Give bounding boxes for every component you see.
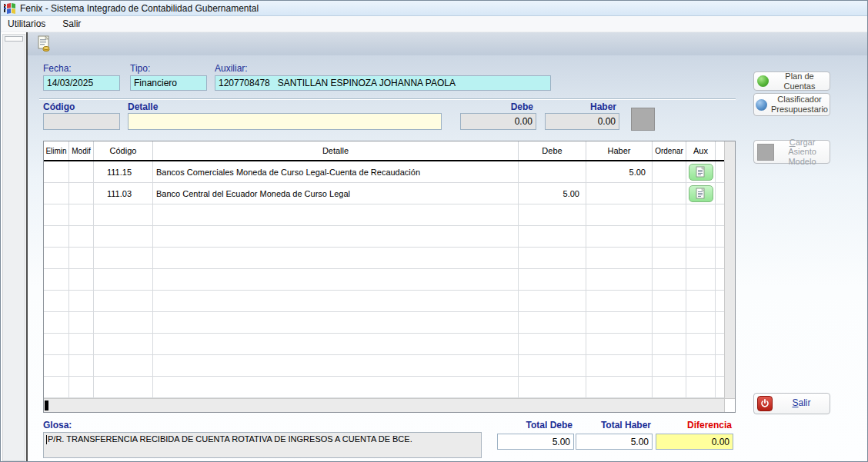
debe-input[interactable] <box>460 113 536 130</box>
cell-debe[interactable] <box>519 226 586 248</box>
document-coins-icon[interactable] <box>37 35 52 52</box>
horizontal-scrollbar-thumb[interactable] <box>45 401 48 410</box>
cell-detalle[interactable] <box>153 248 519 269</box>
cell-debe[interactable] <box>519 355 586 377</box>
cell-haber[interactable] <box>586 269 653 291</box>
cell-codigo[interactable] <box>94 377 153 398</box>
cell-codigo[interactable] <box>94 291 153 312</box>
cell-detalle[interactable] <box>153 312 519 334</box>
cell-ordenar[interactable] <box>653 312 686 334</box>
cell-haber[interactable]: 5.00 <box>586 161 653 183</box>
cell-elimin[interactable] <box>44 183 69 204</box>
table-row[interactable] <box>44 377 725 398</box>
table-row[interactable] <box>44 269 725 291</box>
cell-modif[interactable] <box>69 291 94 312</box>
cell-debe[interactable] <box>519 312 586 334</box>
cell-detalle[interactable]: Banco Central del Ecuador Moneda de Curs… <box>153 183 519 204</box>
tipo-input[interactable] <box>130 75 207 91</box>
cell-ordenar[interactable] <box>653 334 686 355</box>
cell-detalle[interactable] <box>153 226 519 248</box>
cell-debe[interactable] <box>519 204 586 226</box>
cell-modif[interactable] <box>69 377 94 398</box>
cell-ordenar[interactable] <box>653 291 686 312</box>
table-row[interactable] <box>44 355 725 377</box>
cell-modif[interactable] <box>69 355 94 377</box>
cell-ordenar[interactable] <box>653 355 686 377</box>
table-row[interactable]: 111.03Banco Central del Ecuador Moneda d… <box>44 183 725 204</box>
cargar-asiento-modelo-button[interactable]: Cargar AsientoModelo <box>753 140 830 164</box>
auxiliar-input[interactable] <box>215 75 551 91</box>
cell-codigo[interactable] <box>94 312 153 334</box>
cell-haber[interactable] <box>586 312 653 334</box>
cell-elimin[interactable] <box>44 312 69 334</box>
fecha-input[interactable] <box>43 75 120 91</box>
cell-codigo[interactable]: 111.15 <box>94 161 153 183</box>
cell-modif[interactable] <box>69 312 94 334</box>
cell-haber[interactable] <box>586 248 653 269</box>
codigo-input[interactable] <box>43 113 120 130</box>
aux-document-button[interactable] <box>689 185 713 202</box>
cell-debe[interactable]: 5.00 <box>519 183 586 204</box>
detalle-input[interactable] <box>128 113 442 130</box>
cell-detalle[interactable] <box>153 204 519 226</box>
cell-detalle[interactable]: Bancos Comerciales Moneda de Curso Legal… <box>153 161 519 183</box>
cell-ordenar[interactable] <box>653 161 686 183</box>
cell-ordenar[interactable] <box>653 204 686 226</box>
cell-ordenar[interactable] <box>653 226 686 248</box>
cell-elimin[interactable] <box>44 226 69 248</box>
cell-elimin[interactable] <box>44 291 69 312</box>
table-row[interactable]: 111.15Bancos Comerciales Moneda de Curso… <box>44 161 725 183</box>
menu-utilitarios[interactable]: Utilitarios <box>8 18 45 29</box>
cell-modif[interactable] <box>69 226 94 248</box>
cell-debe[interactable] <box>519 291 586 312</box>
blank-square-button[interactable] <box>631 108 655 131</box>
cell-codigo[interactable] <box>94 248 153 269</box>
vertical-scrollbar[interactable] <box>724 141 735 398</box>
table-row[interactable] <box>44 226 725 248</box>
cell-haber[interactable] <box>586 204 653 226</box>
menu-salir[interactable]: Salir <box>62 18 81 29</box>
cell-haber[interactable] <box>586 226 653 248</box>
cell-elimin[interactable] <box>44 161 69 183</box>
panel-splitter-handle[interactable] <box>5 36 23 42</box>
cell-ordenar[interactable] <box>653 377 686 398</box>
cell-codigo[interactable] <box>94 334 153 355</box>
left-collapsed-panel[interactable] <box>2 34 25 461</box>
cell-ordenar[interactable] <box>653 183 686 204</box>
cell-elimin[interactable] <box>44 377 69 398</box>
cell-haber[interactable] <box>586 291 653 312</box>
cell-elimin[interactable] <box>44 334 69 355</box>
cell-modif[interactable] <box>69 248 94 269</box>
cell-detalle[interactable] <box>153 291 519 312</box>
salir-button[interactable]: Salir <box>753 393 830 414</box>
cell-haber[interactable] <box>586 355 653 377</box>
cell-haber[interactable] <box>586 377 653 398</box>
cell-debe[interactable] <box>519 377 586 398</box>
cell-haber[interactable] <box>586 183 653 204</box>
aux-document-button[interactable] <box>689 164 713 181</box>
table-row[interactable] <box>44 204 725 226</box>
cell-elimin[interactable] <box>44 248 69 269</box>
glosa-textarea[interactable]: P/R. TRANSFERENCIA RECIBIDA DE CUENTA RO… <box>43 432 482 458</box>
cell-codigo[interactable] <box>94 226 153 248</box>
cell-detalle[interactable] <box>153 269 519 291</box>
cell-detalle[interactable] <box>153 334 519 355</box>
cell-ordenar[interactable] <box>653 248 686 269</box>
cell-elimin[interactable] <box>44 355 69 377</box>
cell-debe[interactable] <box>519 269 586 291</box>
table-row[interactable] <box>44 334 725 355</box>
cell-modif[interactable] <box>69 183 94 204</box>
table-row[interactable] <box>44 291 725 312</box>
table-row[interactable] <box>44 312 725 334</box>
cell-modif[interactable] <box>69 334 94 355</box>
cell-elimin[interactable] <box>44 269 69 291</box>
cell-elimin[interactable] <box>44 204 69 226</box>
cell-modif[interactable] <box>69 269 94 291</box>
cell-debe[interactable] <box>519 248 586 269</box>
horizontal-scrollbar[interactable] <box>44 398 735 412</box>
cell-modif[interactable] <box>69 161 94 183</box>
cell-detalle[interactable] <box>153 377 519 398</box>
cell-modif[interactable] <box>69 204 94 226</box>
cell-debe[interactable] <box>519 161 586 183</box>
cell-codigo[interactable]: 111.03 <box>94 183 153 204</box>
